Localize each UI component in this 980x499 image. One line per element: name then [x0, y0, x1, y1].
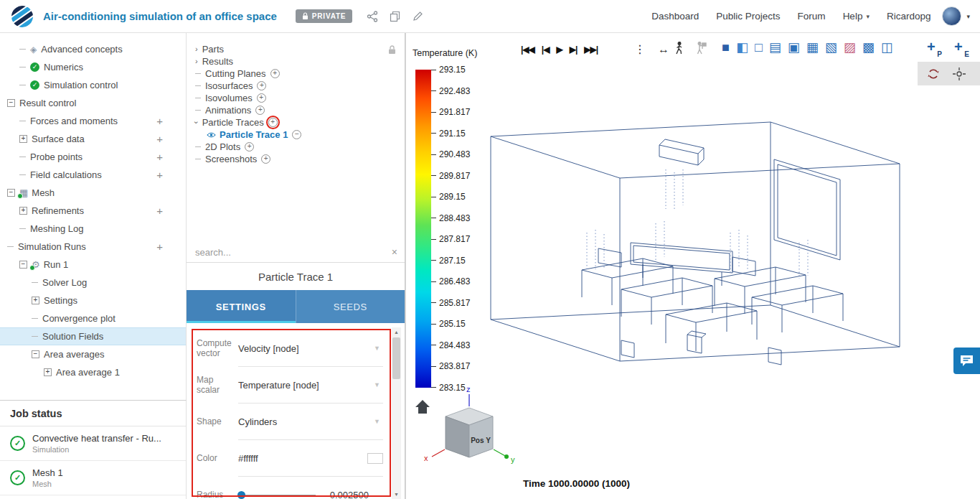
share-icon[interactable]: [367, 11, 378, 22]
add-button[interactable]: +: [156, 241, 163, 252]
cell-view-icon[interactable]: ◫: [881, 41, 893, 54]
expand-icon[interactable]: +: [19, 135, 27, 143]
add-element-icon[interactable]: + E: [954, 42, 970, 57]
tree-item[interactable]: ✓ Simulation control: [0, 76, 186, 94]
user-menu-caret-icon[interactable]: ▾: [966, 13, 970, 20]
add-button[interactable]: +: [156, 116, 163, 126]
tree-item[interactable]: − Area averages: [0, 345, 186, 363]
center-of-rotation-icon[interactable]: [953, 67, 966, 80]
tree-item[interactable]: Isosurfaces +: [187, 80, 405, 92]
collapse-icon[interactable]: −: [19, 261, 27, 269]
user-avatar[interactable]: [942, 6, 961, 26]
nav-help[interactable]: Help ▾: [843, 11, 870, 22]
chevron-right-icon[interactable]: ›: [195, 45, 198, 53]
tree-item[interactable]: ◈ Advanced concepts: [0, 40, 186, 58]
play-icon[interactable]: ▶: [556, 45, 562, 55]
tree-item[interactable]: − Result control: [0, 94, 186, 112]
nav-public-projects[interactable]: Public Projects: [716, 11, 780, 22]
remove-circle-button[interactable]: −: [292, 130, 301, 139]
skip-to-start-icon[interactable]: |◀◀: [521, 45, 534, 55]
scroll-up-icon[interactable]: ▲: [392, 327, 401, 337]
collapse-icon[interactable]: −: [7, 99, 15, 107]
tree-item[interactable]: Isovolumes +: [187, 92, 405, 104]
hidden-line-view-icon[interactable]: ▤: [769, 41, 781, 54]
tree-item[interactable]: + Area average 1: [0, 363, 186, 381]
color-swatch[interactable]: [367, 453, 383, 464]
cube-face-label[interactable]: Pos Y: [471, 437, 491, 444]
skip-to-end-icon[interactable]: ▶▶|: [584, 45, 598, 55]
add-circle-button[interactable]: +: [268, 118, 278, 127]
tree-item[interactable]: Screenshots +: [187, 153, 405, 165]
visibility-eye-icon[interactable]: [207, 131, 216, 139]
tree-item[interactable]: Cutting Planes +: [187, 67, 405, 80]
tree-item[interactable]: Solver Log: [0, 274, 186, 292]
tree-item[interactable]: + Refinements +: [0, 202, 186, 220]
wireframe-view-icon[interactable]: □: [755, 41, 763, 54]
tree-item[interactable]: Field calculations +: [0, 166, 186, 184]
step-back-icon[interactable]: |◀: [542, 45, 550, 55]
dropdown-field[interactable]: Cylinders ▼: [238, 404, 383, 440]
shaded-mesh-view-icon[interactable]: ▧: [825, 41, 837, 54]
solid-view-icon[interactable]: ■: [722, 41, 730, 54]
collapse-icon[interactable]: −: [32, 350, 39, 358]
expand-icon[interactable]: +: [32, 297, 39, 304]
add-circle-button[interactable]: +: [245, 142, 254, 151]
fit-range-icon[interactable]: ↔: [658, 42, 669, 56]
tree-item[interactable]: Particle Trace 1 −: [187, 129, 405, 141]
add-circle-button[interactable]: +: [270, 69, 280, 78]
nav-username[interactable]: Ricardopg: [887, 11, 931, 22]
rotate-view-icon[interactable]: [927, 67, 940, 80]
add-button[interactable]: +: [156, 205, 163, 216]
slider-value[interactable]: 0.002500: [324, 490, 369, 499]
simscale-logo[interactable]: [10, 4, 34, 29]
job-row[interactable]: ✓ Convective heat transfer - Ru... Simul…: [0, 426, 186, 461]
tree-item[interactable]: ✓ Numerics: [0, 58, 186, 76]
scroll-down-icon[interactable]: ▼: [392, 490, 401, 499]
viewport-3d[interactable]: Pos Y z x y Temperature (K) 293.15292.48…: [405, 33, 980, 499]
radius-slider-knob[interactable]: [237, 491, 245, 499]
search-input[interactable]: [187, 243, 405, 262]
translucent-view-icon[interactable]: ◧: [736, 41, 748, 54]
job-row[interactable]: ✓ Mesh 1 Mesh: [0, 461, 186, 495]
tree-item[interactable]: Solution Fields: [0, 327, 186, 345]
tree-item[interactable]: Simulation Runs +: [0, 238, 186, 256]
tree-item[interactable]: Animations +: [187, 104, 405, 116]
viewport-3d-scene[interactable]: Pos Y z x y: [406, 33, 980, 499]
properties-scrollbar[interactable]: ▲ ▼: [392, 327, 401, 499]
tree-item[interactable]: + Surface data +: [0, 130, 186, 148]
tab[interactable]: SETTINGS: [187, 290, 296, 323]
guided-tour-icon[interactable]: [695, 42, 707, 59]
radius-slider-track[interactable]: [238, 495, 316, 496]
expand-icon[interactable]: +: [19, 207, 27, 215]
tree-item[interactable]: 2D Plots +: [187, 141, 405, 153]
more-options-icon[interactable]: ⋮: [634, 42, 646, 56]
tree-item[interactable]: Probe points +: [0, 148, 186, 166]
feature-edges-view-icon[interactable]: ▨: [844, 41, 856, 54]
add-circle-button[interactable]: +: [257, 81, 266, 90]
tree-item[interactable]: › Parts: [187, 43, 405, 55]
add-probe-point-icon[interactable]: + P: [927, 42, 943, 57]
color-field[interactable]: #ffffff: [238, 440, 383, 477]
add-button[interactable]: +: [156, 151, 163, 162]
step-forward-icon[interactable]: ▶|: [570, 45, 578, 55]
add-circle-button[interactable]: +: [257, 93, 266, 103]
expand-icon[interactable]: +: [44, 368, 52, 376]
nav-dashboard[interactable]: Dashboard: [651, 11, 699, 22]
dropdown-field[interactable]: Velocity [node] ▼: [238, 330, 383, 367]
tree-item[interactable]: Convergence plot: [0, 309, 186, 327]
tree-item[interactable]: − ⚙ Run 1: [0, 256, 186, 274]
walkthrough-icon[interactable]: [674, 42, 684, 59]
add-button[interactable]: +: [156, 134, 163, 144]
add-circle-button[interactable]: +: [255, 106, 265, 115]
add-circle-button[interactable]: +: [261, 154, 270, 164]
scrollbar-thumb[interactable]: [392, 337, 400, 379]
copy-icon[interactable]: [390, 11, 401, 22]
chevron-right-icon[interactable]: ›: [195, 57, 198, 65]
clear-search-icon[interactable]: ×: [392, 246, 397, 258]
tab[interactable]: SEEDS: [296, 290, 405, 323]
volume-mesh-view-icon[interactable]: ▩: [862, 41, 875, 54]
chevron-down-icon[interactable]: ›: [192, 121, 200, 124]
tree-item[interactable]: Meshing Log: [0, 220, 186, 238]
nav-forum[interactable]: Forum: [798, 11, 826, 22]
add-button[interactable]: +: [156, 169, 163, 180]
